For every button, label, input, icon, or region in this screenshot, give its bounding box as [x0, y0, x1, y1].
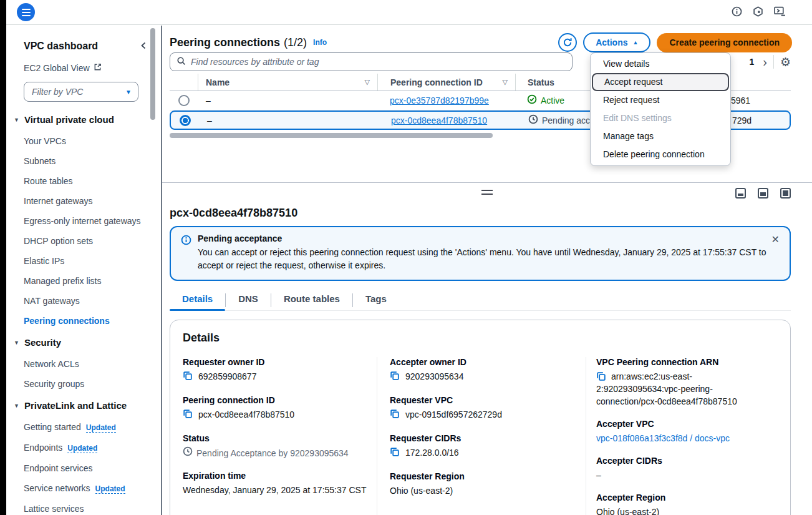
requester-vpc-value: vpc-0915df6957262729d	[405, 408, 502, 421]
sidebar-item-getting-started[interactable]: Getting startedUpdated	[24, 417, 146, 438]
field-label: VPC Peering connection ARN	[596, 357, 768, 367]
field-label: Requester VPC	[390, 395, 576, 405]
item-label: Endpoints	[24, 443, 62, 453]
copy-icon[interactable]	[390, 409, 400, 422]
column-header-name[interactable]: Name	[206, 77, 230, 87]
item-label: Service networks	[24, 483, 90, 493]
updated-badge: Updated	[95, 484, 125, 494]
field-label: Requester owner ID	[183, 357, 367, 367]
sidebar-section-header-privatelink[interactable]: ▼ PrivateLink and Lattice	[14, 400, 147, 411]
menu-item-view-details[interactable]: View details	[591, 55, 730, 73]
sidebar-item-network-acls[interactable]: Network ACLs	[24, 354, 146, 374]
info-link[interactable]: Info	[313, 38, 327, 47]
triangle-down-icon: ▼	[14, 340, 19, 346]
menu-item-delete-peering-connection[interactable]: Delete peering connection	[591, 145, 730, 164]
filter-by-vpc-placeholder: Filter by VPC	[32, 87, 83, 97]
tab-tags[interactable]: Tags	[353, 290, 399, 310]
cloudshell-terminal-icon[interactable]	[774, 6, 786, 17]
row-radio-selected[interactable]	[180, 115, 191, 126]
name-cell: –	[207, 115, 212, 125]
layout-split-panel-icon[interactable]	[758, 188, 768, 199]
top-navigation-bar	[6, 0, 812, 25]
sidebar-item-dhcp-option-sets[interactable]: DHCP option sets	[24, 231, 146, 251]
sidebar-item-endpoints[interactable]: EndpointsUpdated	[24, 438, 146, 458]
row-radio-unselected[interactable]	[178, 95, 190, 106]
field-label: Accepter Region	[596, 493, 768, 503]
resource-count: (1/2)	[284, 36, 307, 49]
search-icon	[176, 56, 186, 68]
layout-bottom-panel-icon[interactable]	[735, 188, 746, 199]
horizontal-scrollbar[interactable]	[170, 133, 493, 138]
panel-resize-handle[interactable]	[481, 190, 493, 195]
tab-details[interactable]: Details	[170, 290, 225, 310]
sidebar-item-elastic-ips[interactable]: Elastic IPs	[24, 251, 146, 271]
menu-item-accept-request[interactable]: Accept request	[592, 73, 729, 91]
actions-button[interactable]: Actions ▲	[583, 32, 650, 52]
actions-dropdown-menu: View details Accept request Reject reque…	[590, 52, 731, 166]
table-settings-gear-icon[interactable]: ⚙	[780, 55, 791, 69]
sidebar-item-peering-connections[interactable]: Peering connections	[24, 311, 146, 331]
sidebar-item-endpoint-services[interactable]: Endpoint services	[24, 458, 146, 478]
selected-resource-title: pcx-0cd8eea4f78b87510	[170, 207, 805, 220]
tab-route-tables[interactable]: Route tables	[271, 290, 352, 310]
sidebar-collapse-icon[interactable]	[140, 41, 147, 52]
page-title: Peering connections	[170, 36, 280, 49]
status-active-icon	[527, 94, 537, 107]
copy-icon[interactable]	[183, 371, 193, 384]
sidebar-title: VPC dashboard	[24, 41, 98, 52]
field-label: Expiration time	[183, 471, 367, 481]
hamburger-menu-button[interactable]	[17, 3, 35, 21]
sort-icon[interactable]: ▽	[503, 78, 515, 86]
expiration-time-value: Wednesday, January 29, 2025 at 17:55:37 …	[183, 484, 366, 496]
sidebar-item-ec2-global-view[interactable]: EC2 Global View	[24, 63, 147, 73]
refresh-icon	[563, 37, 573, 47]
pagination-page-1[interactable]: 1	[747, 57, 756, 67]
filter-by-vpc-select[interactable]: Filter by VPC ▼	[24, 82, 138, 102]
search-box	[170, 52, 573, 71]
section-label: Security	[24, 337, 61, 348]
sidebar-item-subnets[interactable]: Subnets	[24, 151, 146, 171]
menu-item-reject-request[interactable]: Reject request	[591, 91, 730, 109]
sidebar-scrollbar[interactable]	[150, 28, 155, 120]
detail-tabs: Details DNS Route tables Tags	[170, 290, 791, 311]
hexagon-gauge-icon[interactable]	[753, 6, 763, 17]
requester-cidrs-value: 172.28.0.0/16	[405, 446, 459, 459]
sidebar-section-header-security[interactable]: ▼ Security	[14, 337, 147, 348]
sidebar-item-your-vpcs[interactable]: Your VPCs	[24, 131, 146, 151]
menu-item-manage-tags[interactable]: Manage tags	[591, 127, 730, 145]
arn-value: arn:aws:ec2:us-east-2:920293095634:vpc-p…	[596, 371, 737, 406]
sidebar-item-service-networks[interactable]: Service networksUpdated	[24, 478, 146, 499]
details-heading: Details	[183, 331, 778, 345]
banner-close-icon[interactable]: ✕	[771, 233, 780, 245]
requester-owner-id-value: 692859908677	[198, 370, 256, 383]
copy-icon[interactable]	[390, 447, 400, 460]
refresh-button[interactable]	[558, 33, 577, 52]
info-icon[interactable]	[732, 6, 742, 17]
sidebar-item-internet-gateways[interactable]: Internet gateways	[24, 191, 146, 211]
sidebar-section-header-vpc[interactable]: ▼ Virtual private cloud	[14, 114, 147, 125]
triangle-down-icon: ▼	[14, 117, 19, 123]
column-header-status[interactable]: Status	[528, 77, 554, 87]
sidebar-section-vpc: ▼ Virtual private cloud Your VPCs Subnet…	[24, 114, 147, 331]
column-header-peering-id[interactable]: Peering connection ID	[390, 77, 483, 87]
peering-id-link[interactable]: pcx-0cd8eea4f78b87510	[391, 115, 487, 125]
sidebar-item-lattice-services[interactable]: Lattice services	[24, 499, 146, 515]
layout-full-panel-icon[interactable]	[780, 188, 791, 199]
sidebar-item-egress-only-internet-gateways[interactable]: Egress-only internet gateways	[24, 211, 146, 231]
search-input[interactable]	[191, 57, 566, 67]
sidebar-item-managed-prefix-lists[interactable]: Managed prefix lists	[24, 271, 146, 291]
peering-id-link[interactable]: pcx-0e35787d82197b99e	[390, 96, 489, 105]
create-peering-connection-button[interactable]: Create peering connection	[657, 33, 792, 52]
field-label: Accepter owner ID	[390, 357, 576, 367]
copy-icon[interactable]	[390, 371, 400, 384]
pagination-next-icon[interactable]: ›	[763, 56, 767, 68]
pending-clock-icon	[183, 446, 193, 459]
copy-icon[interactable]	[183, 409, 193, 422]
sidebar-item-security-groups[interactable]: Security groups	[24, 374, 146, 394]
accepter-vpc-link[interactable]: vpc-018f086a13f3c3f8d / docs-vpc	[596, 432, 730, 444]
tab-dns[interactable]: DNS	[226, 290, 271, 310]
copy-icon[interactable]	[596, 371, 611, 381]
sidebar-item-route-tables[interactable]: Route tables	[24, 171, 146, 191]
sidebar-item-nat-gateways[interactable]: NAT gateways	[24, 291, 146, 311]
sort-icon[interactable]: ▽	[365, 78, 377, 86]
